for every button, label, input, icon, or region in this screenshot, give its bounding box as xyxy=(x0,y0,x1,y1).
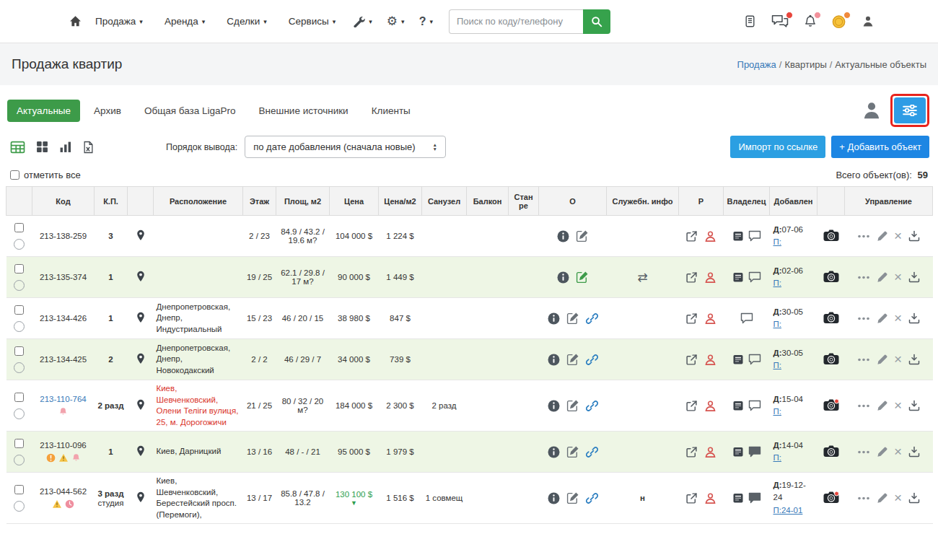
column-header[interactable] xyxy=(128,187,154,216)
edit-note-icon[interactable] xyxy=(576,229,589,242)
download-icon[interactable] xyxy=(908,492,920,504)
column-header[interactable]: О xyxy=(539,187,607,216)
edit-pencil-icon[interactable] xyxy=(877,447,887,458)
edit-note-icon[interactable] xyxy=(576,271,589,284)
delete-icon[interactable]: × xyxy=(894,401,902,411)
journal-icon[interactable] xyxy=(732,400,744,411)
column-header[interactable] xyxy=(6,187,32,216)
journal-icon[interactable] xyxy=(732,354,744,365)
exchange-icon[interactable]: ⇄ xyxy=(637,271,647,284)
delete-icon[interactable]: × xyxy=(894,313,902,323)
download-icon[interactable] xyxy=(908,271,920,283)
external-link-icon[interactable] xyxy=(685,230,698,242)
column-header[interactable]: Цена xyxy=(330,187,379,216)
camera-icon[interactable] xyxy=(823,398,839,411)
excel-export-button[interactable] xyxy=(83,141,94,154)
column-header[interactable]: К.П. xyxy=(95,187,128,216)
edit-pencil-icon[interactable] xyxy=(877,401,887,411)
published-link[interactable]: П: xyxy=(773,453,781,462)
map-pin-icon[interactable] xyxy=(135,229,146,241)
journal-icon[interactable] xyxy=(732,446,744,458)
row-status-ring[interactable] xyxy=(14,408,25,419)
row-checkbox[interactable] xyxy=(14,305,24,315)
realtor-icon[interactable] xyxy=(704,271,716,284)
column-header[interactable]: Владелец xyxy=(724,187,770,216)
external-link-icon[interactable] xyxy=(685,446,698,458)
column-header[interactable]: Этаж xyxy=(243,187,276,216)
realtor-icon[interactable] xyxy=(704,492,716,504)
chart-view-button[interactable] xyxy=(59,141,72,153)
select-all-checkbox[interactable] xyxy=(10,170,19,180)
nav-menu-0[interactable]: Продажа▾ xyxy=(84,16,154,27)
delete-icon[interactable]: × xyxy=(894,272,902,282)
link-icon[interactable] xyxy=(586,446,598,458)
filters-button[interactable] xyxy=(894,97,926,123)
download-icon[interactable] xyxy=(908,400,920,411)
link-icon[interactable] xyxy=(586,400,598,412)
more-actions-icon[interactable] xyxy=(857,358,870,362)
row-checkbox[interactable] xyxy=(14,223,24,232)
table-view-button[interactable] xyxy=(10,141,25,154)
info-icon[interactable] xyxy=(557,271,569,284)
map-pin-icon[interactable] xyxy=(135,399,146,411)
published-link[interactable]: П: xyxy=(773,279,781,287)
finance-button[interactable] xyxy=(832,14,846,29)
account-button[interactable] xyxy=(862,14,875,28)
more-actions-icon[interactable] xyxy=(857,235,870,238)
column-header[interactable]: Р xyxy=(679,187,724,216)
row-checkbox[interactable] xyxy=(14,264,24,274)
help-menu[interactable]: ? ▾ xyxy=(412,15,440,28)
journal-icon[interactable] xyxy=(732,230,744,242)
edit-note-icon[interactable] xyxy=(566,312,579,325)
external-link-icon[interactable] xyxy=(685,312,698,325)
camera-icon[interactable] xyxy=(823,229,839,242)
row-status-ring[interactable] xyxy=(14,321,25,332)
info-icon[interactable] xyxy=(548,354,560,366)
published-link[interactable]: П: xyxy=(773,361,781,369)
more-actions-icon[interactable] xyxy=(857,317,870,320)
comment-icon[interactable] xyxy=(748,492,761,504)
row-status-ring[interactable] xyxy=(14,280,25,291)
delete-icon[interactable]: × xyxy=(894,231,902,241)
row-checkbox[interactable] xyxy=(14,485,24,494)
map-pin-icon[interactable] xyxy=(135,491,146,503)
camera-icon[interactable] xyxy=(823,491,839,504)
search-input[interactable] xyxy=(449,9,583,34)
more-actions-icon[interactable] xyxy=(857,276,870,279)
tab-1[interactable]: Архив xyxy=(84,100,131,122)
delete-icon[interactable]: × xyxy=(894,447,902,457)
external-link-icon[interactable] xyxy=(685,400,698,412)
edit-note-icon[interactable] xyxy=(566,445,579,458)
grid-view-button[interactable] xyxy=(36,141,48,153)
column-header[interactable]: Управление xyxy=(845,187,933,216)
row-status-ring[interactable] xyxy=(14,239,25,250)
info-icon[interactable] xyxy=(557,230,569,242)
link-icon[interactable] xyxy=(586,354,598,366)
external-link-icon[interactable] xyxy=(685,354,698,366)
realtor-icon[interactable] xyxy=(704,400,716,412)
journal-icon[interactable] xyxy=(732,271,744,283)
external-link-icon[interactable] xyxy=(685,492,698,504)
agent-filter-button[interactable] xyxy=(862,100,882,121)
edit-pencil-icon[interactable] xyxy=(877,354,887,365)
home-button[interactable] xyxy=(69,15,82,27)
comment-icon[interactable] xyxy=(748,230,761,242)
external-link-icon[interactable] xyxy=(685,271,698,284)
delete-icon[interactable]: × xyxy=(894,493,902,503)
row-status-ring[interactable] xyxy=(14,455,25,465)
sort-order-select[interactable]: по дате добавления (сначала новые) ▲▼ xyxy=(245,136,446,158)
realtor-icon[interactable] xyxy=(704,312,716,325)
info-icon[interactable] xyxy=(548,446,560,458)
column-header[interactable]: Добавлен xyxy=(770,187,818,216)
map-pin-icon[interactable] xyxy=(135,312,146,323)
delete-icon[interactable]: × xyxy=(894,354,902,364)
camera-icon[interactable] xyxy=(823,311,839,324)
column-header[interactable] xyxy=(818,187,845,216)
camera-icon[interactable] xyxy=(823,445,839,458)
published-link[interactable]: П:24-01 xyxy=(773,506,803,515)
info-icon[interactable] xyxy=(548,312,560,325)
edit-pencil-icon[interactable] xyxy=(877,313,887,324)
column-header[interactable]: Стан ре xyxy=(509,187,539,216)
notifications-button[interactable] xyxy=(804,14,817,28)
row-checkbox[interactable] xyxy=(14,439,24,448)
